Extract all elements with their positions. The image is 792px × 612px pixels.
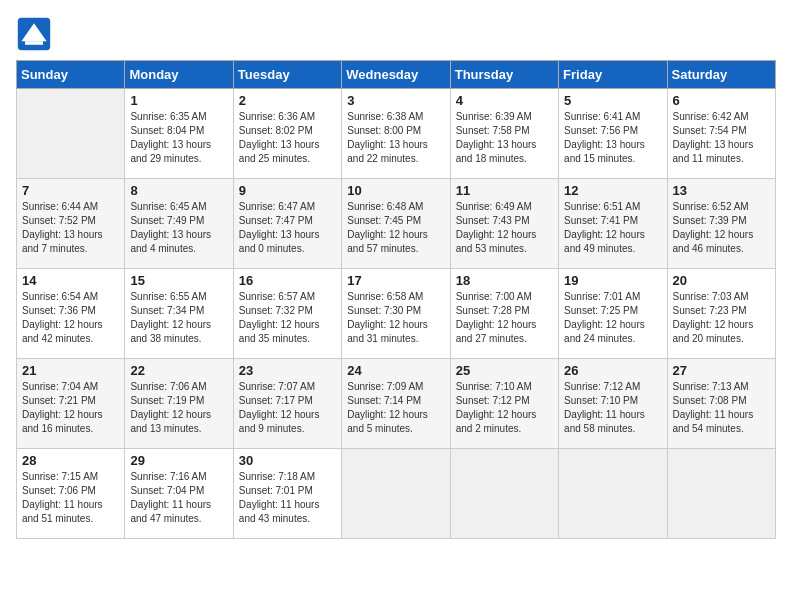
calendar-cell: 3Sunrise: 6:38 AMSunset: 8:00 PMDaylight… [342,89,450,179]
day-number: 2 [239,93,336,108]
calendar-cell [450,449,558,539]
calendar-week-2: 7Sunrise: 6:44 AMSunset: 7:52 PMDaylight… [17,179,776,269]
day-number: 25 [456,363,553,378]
weekday-thursday: Thursday [450,61,558,89]
day-number: 27 [673,363,770,378]
logo [16,16,56,52]
calendar-cell: 25Sunrise: 7:10 AMSunset: 7:12 PMDayligh… [450,359,558,449]
weekday-saturday: Saturday [667,61,775,89]
day-info: Sunrise: 7:10 AMSunset: 7:12 PMDaylight:… [456,380,553,436]
day-number: 11 [456,183,553,198]
day-number: 1 [130,93,227,108]
calendar-cell: 9Sunrise: 6:47 AMSunset: 7:47 PMDaylight… [233,179,341,269]
day-info: Sunrise: 6:51 AMSunset: 7:41 PMDaylight:… [564,200,661,256]
day-info: Sunrise: 6:44 AMSunset: 7:52 PMDaylight:… [22,200,119,256]
day-info: Sunrise: 7:07 AMSunset: 7:17 PMDaylight:… [239,380,336,436]
day-number: 19 [564,273,661,288]
day-info: Sunrise: 6:48 AMSunset: 7:45 PMDaylight:… [347,200,444,256]
weekday-wednesday: Wednesday [342,61,450,89]
day-info: Sunrise: 6:42 AMSunset: 7:54 PMDaylight:… [673,110,770,166]
calendar-week-3: 14Sunrise: 6:54 AMSunset: 7:36 PMDayligh… [17,269,776,359]
calendar-cell: 18Sunrise: 7:00 AMSunset: 7:28 PMDayligh… [450,269,558,359]
calendar-cell: 11Sunrise: 6:49 AMSunset: 7:43 PMDayligh… [450,179,558,269]
day-number: 24 [347,363,444,378]
day-number: 15 [130,273,227,288]
calendar-cell: 27Sunrise: 7:13 AMSunset: 7:08 PMDayligh… [667,359,775,449]
day-info: Sunrise: 6:54 AMSunset: 7:36 PMDaylight:… [22,290,119,346]
day-info: Sunrise: 7:01 AMSunset: 7:25 PMDaylight:… [564,290,661,346]
day-number: 28 [22,453,119,468]
day-info: Sunrise: 6:39 AMSunset: 7:58 PMDaylight:… [456,110,553,166]
day-number: 12 [564,183,661,198]
calendar-cell: 4Sunrise: 6:39 AMSunset: 7:58 PMDaylight… [450,89,558,179]
calendar-cell: 21Sunrise: 7:04 AMSunset: 7:21 PMDayligh… [17,359,125,449]
calendar-cell: 2Sunrise: 6:36 AMSunset: 8:02 PMDaylight… [233,89,341,179]
day-info: Sunrise: 6:45 AMSunset: 7:49 PMDaylight:… [130,200,227,256]
day-info: Sunrise: 6:47 AMSunset: 7:47 PMDaylight:… [239,200,336,256]
weekday-header-row: SundayMondayTuesdayWednesdayThursdayFrid… [17,61,776,89]
calendar-cell [667,449,775,539]
calendar-cell: 13Sunrise: 6:52 AMSunset: 7:39 PMDayligh… [667,179,775,269]
calendar-cell [342,449,450,539]
day-info: Sunrise: 7:03 AMSunset: 7:23 PMDaylight:… [673,290,770,346]
calendar-cell: 15Sunrise: 6:55 AMSunset: 7:34 PMDayligh… [125,269,233,359]
calendar-cell: 7Sunrise: 6:44 AMSunset: 7:52 PMDaylight… [17,179,125,269]
day-info: Sunrise: 6:41 AMSunset: 7:56 PMDaylight:… [564,110,661,166]
calendar-cell: 1Sunrise: 6:35 AMSunset: 8:04 PMDaylight… [125,89,233,179]
day-number: 9 [239,183,336,198]
calendar-body: 1Sunrise: 6:35 AMSunset: 8:04 PMDaylight… [17,89,776,539]
day-info: Sunrise: 7:04 AMSunset: 7:21 PMDaylight:… [22,380,119,436]
calendar-cell: 10Sunrise: 6:48 AMSunset: 7:45 PMDayligh… [342,179,450,269]
calendar-header: SundayMondayTuesdayWednesdayThursdayFrid… [17,61,776,89]
day-info: Sunrise: 6:57 AMSunset: 7:32 PMDaylight:… [239,290,336,346]
day-number: 18 [456,273,553,288]
day-info: Sunrise: 7:15 AMSunset: 7:06 PMDaylight:… [22,470,119,526]
day-number: 6 [673,93,770,108]
day-number: 22 [130,363,227,378]
day-info: Sunrise: 7:18 AMSunset: 7:01 PMDaylight:… [239,470,336,526]
weekday-sunday: Sunday [17,61,125,89]
calendar-cell: 20Sunrise: 7:03 AMSunset: 7:23 PMDayligh… [667,269,775,359]
day-number: 29 [130,453,227,468]
day-number: 3 [347,93,444,108]
calendar-cell: 12Sunrise: 6:51 AMSunset: 7:41 PMDayligh… [559,179,667,269]
calendar-cell: 29Sunrise: 7:16 AMSunset: 7:04 PMDayligh… [125,449,233,539]
day-number: 8 [130,183,227,198]
day-number: 16 [239,273,336,288]
calendar-cell: 8Sunrise: 6:45 AMSunset: 7:49 PMDaylight… [125,179,233,269]
calendar-cell: 14Sunrise: 6:54 AMSunset: 7:36 PMDayligh… [17,269,125,359]
day-number: 7 [22,183,119,198]
calendar-cell: 28Sunrise: 7:15 AMSunset: 7:06 PMDayligh… [17,449,125,539]
day-number: 13 [673,183,770,198]
calendar-cell: 5Sunrise: 6:41 AMSunset: 7:56 PMDaylight… [559,89,667,179]
day-info: Sunrise: 6:35 AMSunset: 8:04 PMDaylight:… [130,110,227,166]
day-info: Sunrise: 7:16 AMSunset: 7:04 PMDaylight:… [130,470,227,526]
day-number: 14 [22,273,119,288]
calendar-cell: 24Sunrise: 7:09 AMSunset: 7:14 PMDayligh… [342,359,450,449]
day-info: Sunrise: 7:09 AMSunset: 7:14 PMDaylight:… [347,380,444,436]
day-info: Sunrise: 7:00 AMSunset: 7:28 PMDaylight:… [456,290,553,346]
day-info: Sunrise: 6:52 AMSunset: 7:39 PMDaylight:… [673,200,770,256]
calendar-week-5: 28Sunrise: 7:15 AMSunset: 7:06 PMDayligh… [17,449,776,539]
calendar-table: SundayMondayTuesdayWednesdayThursdayFrid… [16,60,776,539]
calendar-cell: 30Sunrise: 7:18 AMSunset: 7:01 PMDayligh… [233,449,341,539]
weekday-tuesday: Tuesday [233,61,341,89]
calendar-cell: 16Sunrise: 6:57 AMSunset: 7:32 PMDayligh… [233,269,341,359]
calendar-cell [17,89,125,179]
page-header [16,16,776,52]
weekday-monday: Monday [125,61,233,89]
logo-icon [16,16,52,52]
calendar-cell: 23Sunrise: 7:07 AMSunset: 7:17 PMDayligh… [233,359,341,449]
calendar-week-4: 21Sunrise: 7:04 AMSunset: 7:21 PMDayligh… [17,359,776,449]
svg-rect-2 [25,41,43,45]
day-info: Sunrise: 6:49 AMSunset: 7:43 PMDaylight:… [456,200,553,256]
day-info: Sunrise: 6:55 AMSunset: 7:34 PMDaylight:… [130,290,227,346]
day-info: Sunrise: 6:58 AMSunset: 7:30 PMDaylight:… [347,290,444,346]
calendar-cell [559,449,667,539]
day-info: Sunrise: 6:38 AMSunset: 8:00 PMDaylight:… [347,110,444,166]
day-number: 30 [239,453,336,468]
day-info: Sunrise: 7:13 AMSunset: 7:08 PMDaylight:… [673,380,770,436]
day-number: 20 [673,273,770,288]
day-info: Sunrise: 6:36 AMSunset: 8:02 PMDaylight:… [239,110,336,166]
calendar-week-1: 1Sunrise: 6:35 AMSunset: 8:04 PMDaylight… [17,89,776,179]
